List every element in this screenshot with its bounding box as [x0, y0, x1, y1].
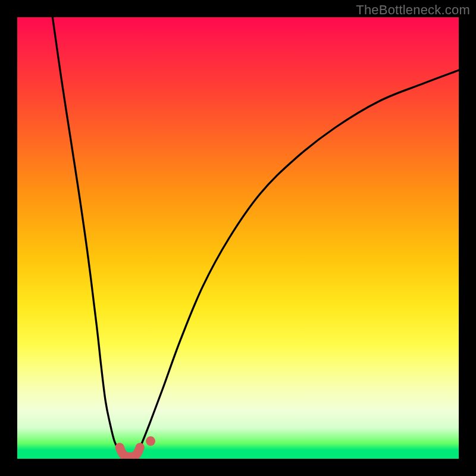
- watermark-text: TheBottleneck.com: [356, 2, 470, 18]
- plot-area: [17, 17, 459, 459]
- valley-dot-marker: [146, 436, 155, 446]
- black-curves: [52, 17, 459, 455]
- valley-arc-marker: [120, 447, 140, 457]
- valley-marker: [120, 436, 155, 456]
- curve-layer: [17, 17, 459, 459]
- right-branch-curve: [136, 70, 459, 455]
- chart-stage: TheBottleneck.com: [0, 0, 476, 476]
- left-branch-curve: [52, 17, 123, 455]
